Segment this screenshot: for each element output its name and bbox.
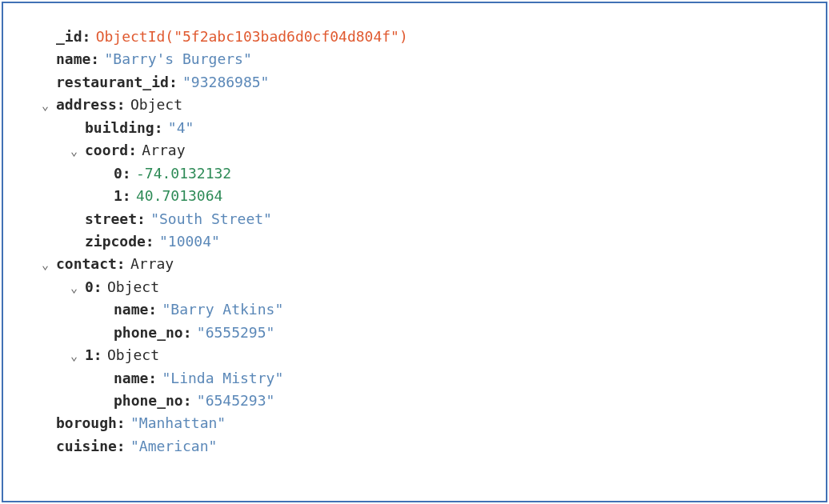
key-restaurant-id: restaurant_id — [56, 71, 169, 94]
value-zipcode: "10004" — [159, 230, 220, 253]
value-coord-0: -74.0132132 — [136, 162, 231, 185]
field-name: name:"Barry's Burgers" — [27, 48, 802, 70]
chevron-down-icon[interactable]: ⌄ — [70, 347, 85, 366]
key-building: building — [85, 117, 154, 139]
field-zipcode: zipcode:"10004" — [27, 230, 802, 253]
key-borough: borough — [56, 412, 117, 434]
key-coord: coord — [85, 139, 128, 162]
value-restaurant-id: "93286985" — [182, 71, 269, 94]
key-contact-phone: phone_no — [114, 390, 183, 412]
key-id: _id — [56, 26, 82, 48]
field-contact-1-name: name:"Linda Mistry" — [27, 367, 802, 390]
field-contact-0-phone: phone_no:"6555295" — [27, 322, 802, 344]
value-objectid: ObjectId("5f2abc103bad6d0cf04d804f") — [96, 26, 408, 48]
chevron-down-icon[interactable]: ⌄ — [42, 97, 56, 116]
field-coord[interactable]: ⌄coord:Array — [27, 139, 802, 162]
field-restaurant-id: restaurant_id:"93286985" — [27, 71, 802, 94]
chevron-down-icon[interactable]: ⌄ — [42, 256, 56, 275]
value-building: "4" — [168, 117, 194, 139]
type-object: Object — [107, 344, 159, 366]
key-cuisine: cuisine — [56, 435, 117, 458]
value-street: "South Street" — [150, 208, 272, 230]
field-borough: borough:"Manhattan" — [27, 412, 802, 434]
value-contact-0-phone: "6555295" — [197, 322, 275, 344]
chevron-down-icon[interactable]: ⌄ — [70, 279, 85, 298]
field-id: _id:ObjectId("5f2abc103bad6d0cf04d804f") — [27, 26, 802, 48]
key-address: address — [56, 94, 117, 116]
key-index-1: 1 — [114, 185, 122, 207]
field-address[interactable]: ⌄address:Object — [27, 94, 802, 116]
chevron-down-icon[interactable]: ⌄ — [70, 142, 85, 162]
value-cuisine: "American" — [130, 435, 217, 458]
field-cuisine: cuisine:"American" — [27, 435, 802, 458]
type-array: Array — [142, 139, 185, 162]
document-tree-viewer: _id:ObjectId("5f2abc103bad6d0cf04d804f")… — [2, 2, 827, 502]
value-name: "Barry's Burgers" — [105, 48, 252, 70]
key-index-0: 0 — [114, 162, 122, 185]
key-contact: contact — [56, 253, 117, 275]
key-street: street — [85, 208, 137, 230]
value-contact-1-phone: "6545293" — [197, 390, 275, 412]
type-array: Array — [130, 253, 174, 275]
field-street: street:"South Street" — [27, 208, 802, 230]
field-coord-0: 0:-74.0132132 — [27, 162, 802, 185]
key-contact-phone: phone_no — [114, 322, 183, 344]
key-name: name — [56, 48, 90, 70]
field-contact[interactable]: ⌄contact:Array — [27, 253, 802, 275]
key-index-1: 1 — [85, 344, 94, 366]
field-building: building:"4" — [27, 117, 802, 139]
value-contact-0-name: "Barry Atkins" — [162, 298, 284, 321]
value-coord-1: 40.7013064 — [136, 185, 222, 207]
field-contact-1-phone: phone_no:"6545293" — [27, 390, 802, 412]
key-contact-name: name — [114, 298, 148, 321]
key-contact-name: name — [114, 367, 148, 390]
key-zipcode: zipcode — [85, 230, 146, 253]
field-contact-0[interactable]: ⌄0:Object — [27, 276, 802, 298]
value-contact-1-name: "Linda Mistry" — [162, 367, 284, 390]
field-coord-1: 1:40.7013064 — [27, 185, 802, 207]
type-object: Object — [130, 94, 182, 116]
field-contact-1[interactable]: ⌄1:Object — [27, 344, 802, 366]
field-contact-0-name: name:"Barry Atkins" — [27, 298, 802, 321]
type-object: Object — [107, 276, 159, 298]
key-index-0: 0 — [85, 276, 94, 298]
value-borough: "Manhattan" — [130, 412, 226, 434]
